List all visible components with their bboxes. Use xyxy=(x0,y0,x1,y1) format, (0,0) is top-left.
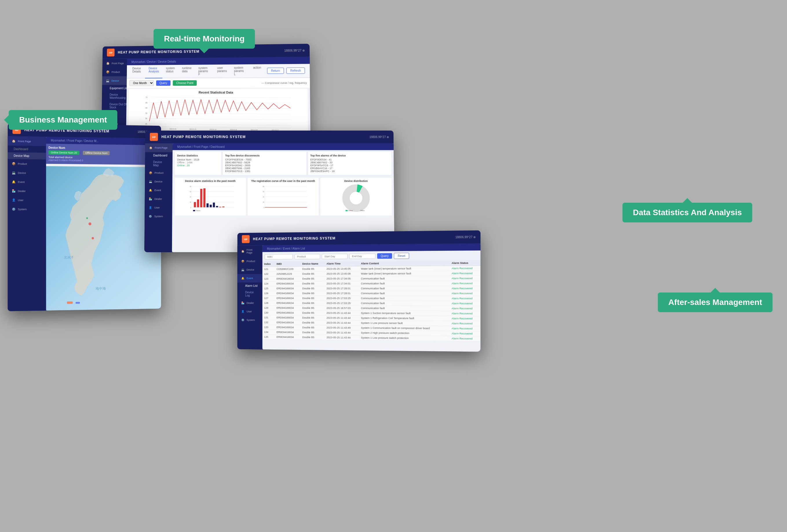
cell-time: 2023-05-25 11:43:49 xyxy=(325,325,359,331)
win3-device-map[interactable]: Device Map xyxy=(145,159,172,169)
alarm-table-container: Index IMEI Device Name Alarm Time Alarm … xyxy=(262,260,481,352)
tab-action[interactable]: action xyxy=(250,64,265,78)
win3-front-page[interactable]: 🏠 Front Page xyxy=(145,143,172,152)
top-alarms-card: Top five alarms of the device EFDF9DE534… xyxy=(308,152,391,175)
win4-event[interactable]: 🔔 Event xyxy=(237,274,262,283)
cell-device: Double B5 xyxy=(301,330,325,335)
cell-status: Alarm Recovered xyxy=(450,336,481,341)
alarm-item-1: EFDF9DE534 - 41 xyxy=(310,158,389,161)
svg-line-6 xyxy=(149,113,291,114)
svg-line-3 xyxy=(149,97,290,98)
win2-front-page[interactable]: 🏠 Front Page xyxy=(8,136,46,146)
choose-point-button[interactable]: Choose Point xyxy=(173,80,197,86)
period-select[interactable]: One Month One Week One Day xyxy=(129,80,154,86)
win2-system[interactable]: ⚙️ System xyxy=(8,205,46,214)
svg-point-68 xyxy=(346,188,366,208)
svg-text:Total al...: Total al... xyxy=(196,210,201,212)
cell-device: Double B5 xyxy=(301,286,325,291)
cell-content: Communication fault xyxy=(359,286,450,291)
svg-text:0: 0 xyxy=(263,207,264,209)
tab-runtime-data[interactable]: runtime data xyxy=(178,65,195,79)
offline-device-label: Offline Device Num xyxy=(83,151,110,155)
win4-filter-row: Query Reset xyxy=(262,251,481,261)
svg-text:30: 30 xyxy=(263,201,264,203)
win3-dashboard[interactable]: Dashboard xyxy=(145,152,172,159)
svg-rect-45 xyxy=(194,202,196,207)
win2-user[interactable]: 👤 User xyxy=(8,195,46,205)
cell-device: Double B5 xyxy=(301,281,325,286)
win4-alarm-list[interactable]: Alarm List xyxy=(237,283,262,289)
cell-device: Double B5 xyxy=(301,305,325,311)
cell-time: 2023-05-25 17:03:25 xyxy=(325,296,359,301)
win4-device-log[interactable]: Device Log xyxy=(237,289,262,299)
end-day-input[interactable] xyxy=(349,253,376,259)
product-input[interactable] xyxy=(295,254,320,259)
svg-rect-51 xyxy=(213,203,215,207)
svg-text:2023-01-15: 2023-01-15 xyxy=(189,129,196,130)
win3-charts-row: Device alarm statistics in the past mont… xyxy=(172,177,394,217)
win4-front-page[interactable]: 🏠 Front Page xyxy=(237,246,262,257)
cell-device: Double B5 xyxy=(301,276,325,281)
cell-content: Water tank (inner) temperature sensor fa… xyxy=(359,266,450,271)
start-day-input[interactable] xyxy=(322,254,347,259)
disconnect-item-4: 2B9C4B07606 - 2183 xyxy=(225,167,304,170)
cell-imei: ER9D94G8034 xyxy=(275,335,301,340)
disconnect-item-1: CFDFP6DE534 - 7583 xyxy=(225,158,304,161)
svg-rect-49 xyxy=(207,203,209,207)
cell-imei: ERD94G88034 xyxy=(275,305,301,311)
cell-index: 133 xyxy=(262,325,275,329)
win3-topbar: HP HEAT PUMP REMOTE MONITORING SYSTEM 18… xyxy=(145,131,394,144)
win4-title: HEAT PUMP REMOTE MONITORING SYSTEM xyxy=(253,235,451,241)
win3-event[interactable]: 🔔 Event xyxy=(145,186,172,195)
win2-device[interactable]: 💻 Device xyxy=(8,168,46,177)
alarm-table: Index IMEI Device Name Alarm Time Alarm … xyxy=(262,260,481,341)
win4-system[interactable]: ⚙️ System xyxy=(237,316,262,324)
cell-status: Alarm Recovered xyxy=(450,271,481,276)
win4-dealer[interactable]: 🏪 Dealer xyxy=(237,299,262,307)
win4-product[interactable]: 📦 Product xyxy=(237,257,262,265)
tab-system-params-f[interactable]: system params F xyxy=(195,65,214,78)
query-button[interactable]: Query xyxy=(156,80,171,86)
cell-status: Alarm Recovered xyxy=(450,296,481,301)
cell-status: Alarm Recovered xyxy=(450,321,481,326)
win4-user[interactable]: 👤 User xyxy=(237,307,262,316)
win2-product[interactable]: 📦 Product xyxy=(8,159,46,169)
svg-point-27 xyxy=(89,222,91,225)
win3-system[interactable]: ⚙️ System xyxy=(145,212,172,221)
cell-status: Alarm Recovered xyxy=(450,291,481,296)
svg-text:45: 45 xyxy=(145,123,147,125)
col-index: Index xyxy=(262,261,275,267)
win3-product[interactable]: 📦 Product xyxy=(145,169,172,177)
tab-user-params[interactable]: user params xyxy=(214,65,231,78)
win4-reset-button[interactable]: Reset xyxy=(394,253,409,259)
chart-title: Recent Statistical Data xyxy=(129,89,307,95)
imei-input[interactable] xyxy=(265,254,293,259)
win2-sidebar: 🏠 Front Page Dashboard Device Map 📦 Prod… xyxy=(8,136,46,311)
cell-status: Alarm Recovered xyxy=(450,316,481,321)
cell-time: 2023-05-25 17:34:05 xyxy=(325,276,359,281)
win2-device-map[interactable]: Device Map xyxy=(8,152,46,159)
cell-index: 134 xyxy=(262,329,275,335)
win2-dealer[interactable]: 🏪 Dealer xyxy=(8,187,46,196)
cell-imei: ERD94G88034 xyxy=(275,325,301,330)
registration-svg: 60 50 40 30 0 xyxy=(249,184,317,213)
win4-device[interactable]: 💻 Device xyxy=(237,265,262,274)
win2-dashboard[interactable]: Dashboard xyxy=(8,146,46,153)
cell-device: Double B5 xyxy=(301,315,325,320)
win3-dealer[interactable]: 🏪 Dealer xyxy=(145,195,172,203)
cell-content: System 1 Suction temperature sensor faul… xyxy=(359,311,450,316)
cell-content: System 1 Low pressure sensor fault xyxy=(359,321,450,326)
refresh-button[interactable]: Refresh xyxy=(286,67,305,74)
return-button[interactable]: Return xyxy=(267,67,284,74)
win4-query-button[interactable]: Query xyxy=(377,253,392,259)
tab-system-params-l[interactable]: system params L xyxy=(231,64,250,78)
tab-system-status[interactable]: system status xyxy=(163,65,179,79)
win3-device[interactable]: 💻 Device xyxy=(145,177,172,186)
win3-user[interactable]: 👤 User xyxy=(145,203,172,212)
cell-imei: ERD94G88034 xyxy=(275,291,301,296)
win2-event[interactable]: 🔔 Event xyxy=(8,177,46,187)
tab-device-details[interactable]: Device Details xyxy=(129,65,145,79)
cell-index: 129 xyxy=(262,305,275,311)
tab-device-analysis[interactable]: Device Analysis xyxy=(145,65,163,78)
table-row: 123ER9D94G8034Double B52023-05-25 17:34:… xyxy=(262,276,481,281)
